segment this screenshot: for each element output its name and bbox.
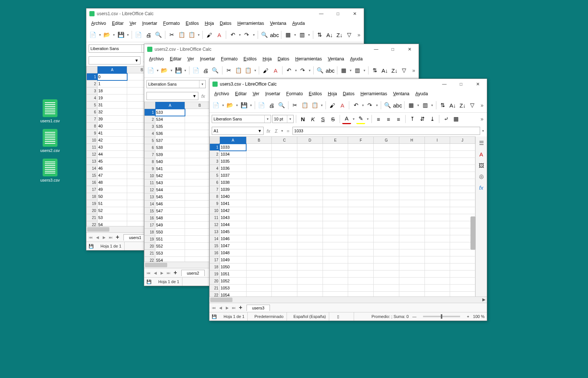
spellcheck-button[interactable]: abc — [326, 66, 335, 75]
copy-button[interactable]: 📋 — [301, 101, 310, 110]
cell[interactable] — [425, 214, 450, 221]
cell[interactable] — [348, 235, 374, 242]
status-language[interactable]: Español (España) — [291, 312, 329, 321]
row-header[interactable]: 20 — [145, 243, 155, 250]
row-header[interactable]: 1 — [145, 109, 155, 116]
maximize-button[interactable]: □ — [384, 44, 401, 54]
cell[interactable]: 1 — [98, 80, 127, 87]
row-header[interactable]: 11 — [145, 179, 155, 186]
wrap-button[interactable]: ⤶ — [442, 115, 450, 123]
cell[interactable] — [297, 285, 323, 292]
highlight-button[interactable]: ✎ — [356, 114, 365, 124]
cell[interactable] — [246, 207, 272, 214]
cell[interactable] — [399, 278, 425, 285]
row-button[interactable]: ▦ — [340, 66, 348, 75]
name-box[interactable]: ▼ — [89, 56, 141, 64]
export-pdf-button[interactable]: 📄 — [257, 101, 266, 110]
row-header[interactable]: 2 — [87, 80, 98, 87]
titlebar[interactable]: users1.csv - LibreOffice Calc — □ ✕ — [86, 9, 364, 19]
cut-button[interactable]: ✂ — [224, 66, 233, 75]
open-button[interactable]: 📂 — [103, 30, 112, 39]
toolbar-overflow[interactable]: » — [479, 102, 485, 108]
cell[interactable] — [348, 249, 374, 256]
sort-button[interactable]: ⇅ — [371, 66, 379, 75]
cell[interactable]: 1040 — [219, 193, 246, 200]
font-size-combo[interactable]: 10 pt▼ — [272, 115, 294, 123]
minimize-button[interactable]: — — [436, 79, 453, 89]
cell[interactable] — [399, 193, 425, 200]
row-header[interactable]: 5 — [145, 137, 155, 144]
row-header[interactable]: 5 — [87, 102, 98, 109]
row-header[interactable]: 14 — [87, 165, 98, 172]
cell[interactable]: 53 — [98, 214, 127, 221]
cell[interactable]: 44 — [98, 151, 127, 158]
cell[interactable]: 543 — [155, 179, 185, 186]
cell[interactable] — [374, 193, 399, 200]
cell[interactable]: 1049 — [219, 256, 246, 263]
clear-format-button[interactable]: A — [215, 30, 224, 39]
cell[interactable] — [323, 144, 348, 151]
cell[interactable] — [348, 263, 374, 271]
cell[interactable] — [425, 249, 450, 256]
row-header[interactable]: 15 — [210, 242, 220, 249]
menu-ver[interactable]: Ver — [250, 90, 262, 97]
tab-nav-last[interactable]: ⏭ — [108, 234, 114, 240]
row-header[interactable]: 22 — [210, 292, 220, 297]
cell[interactable] — [425, 242, 450, 249]
spellcheck-button[interactable]: abc — [270, 30, 279, 39]
row-header[interactable]: 17 — [145, 222, 155, 229]
sort-button[interactable]: ⇅ — [439, 101, 447, 110]
align-left-button[interactable]: ≡ — [374, 115, 383, 123]
cell[interactable]: 1044 — [219, 221, 246, 228]
cell[interactable] — [450, 207, 475, 214]
sort-desc-button[interactable]: Z↓ — [458, 101, 467, 110]
paste-button[interactable]: 📋 — [310, 101, 319, 110]
row-button[interactable]: ▦ — [284, 30, 293, 39]
cell[interactable]: 536 — [155, 130, 185, 137]
sheet-tab[interactable]: users1 — [123, 234, 147, 241]
save-button[interactable]: 💾 — [174, 66, 182, 75]
clone-format-button[interactable]: 🖌 — [328, 101, 337, 110]
bold-button[interactable]: N — [298, 115, 307, 123]
cell[interactable] — [272, 292, 297, 297]
align-center-button[interactable]: ≡ — [384, 115, 393, 123]
cell[interactable] — [246, 193, 272, 200]
open-button[interactable]: 📂 — [226, 101, 235, 110]
cell[interactable] — [425, 158, 450, 165]
cell[interactable] — [272, 263, 297, 271]
cell[interactable] — [323, 158, 348, 165]
new-button[interactable]: 📄 — [89, 30, 98, 39]
cell[interactable] — [399, 271, 425, 278]
cell[interactable] — [348, 228, 374, 235]
row-header[interactable]: 7 — [210, 186, 220, 193]
zoom-slider[interactable] — [423, 316, 460, 317]
menu-herramientas[interactable]: Herramientas — [358, 90, 390, 97]
cell[interactable] — [323, 263, 348, 271]
sort-asc-button[interactable]: A↓ — [325, 30, 334, 39]
save-icon[interactable]: 💾 — [89, 244, 94, 249]
row-header[interactable]: 1 — [210, 144, 220, 151]
cell[interactable] — [323, 228, 348, 235]
cell[interactable] — [323, 271, 348, 278]
menu-hoja[interactable]: Hoja — [325, 90, 340, 97]
cell[interactable] — [425, 172, 450, 179]
menu-ventana[interactable]: Ventana — [267, 20, 289, 27]
spellcheck-button[interactable]: abc — [393, 101, 402, 110]
row-header[interactable]: 13 — [210, 228, 220, 235]
cell[interactable] — [374, 144, 399, 151]
cell[interactable] — [348, 278, 374, 285]
column-header[interactable]: A — [98, 66, 127, 73]
cell[interactable]: 534 — [155, 116, 185, 123]
cell[interactable]: 538 — [155, 144, 185, 151]
cell[interactable]: 1043 — [219, 214, 246, 221]
cell[interactable] — [272, 158, 297, 165]
cell[interactable]: 43 — [98, 144, 127, 151]
menu-hoja[interactable]: Hoja — [260, 55, 274, 63]
menu-formato[interactable]: Formato — [218, 55, 240, 63]
cell[interactable] — [374, 271, 399, 278]
cell[interactable]: 1038 — [219, 179, 246, 186]
italic-button[interactable]: K — [308, 115, 317, 123]
valign-bottom-button[interactable]: ⤓ — [428, 115, 437, 123]
cell[interactable] — [272, 172, 297, 179]
cell[interactable] — [297, 242, 323, 249]
